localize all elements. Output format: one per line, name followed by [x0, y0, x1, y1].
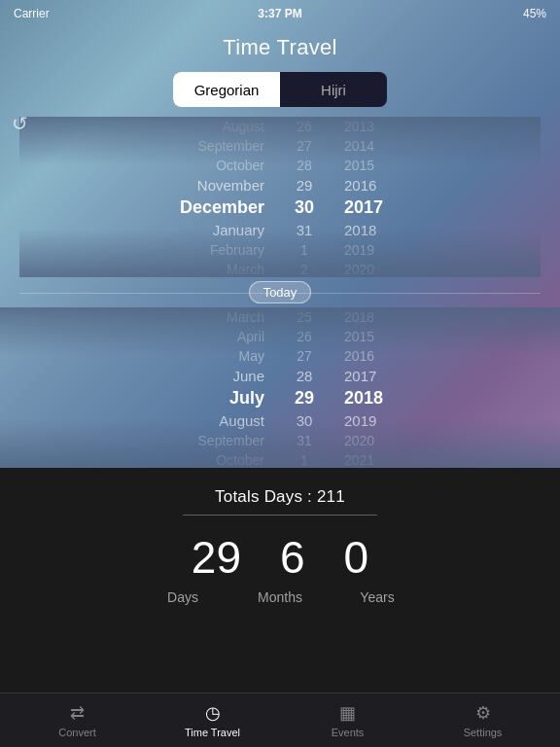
tab-settings[interactable]: ⚙ Settings: [415, 702, 550, 738]
picker-year: 2016: [329, 348, 406, 364]
picker-row: February 1 2019: [19, 240, 541, 260]
convert-icon: ⇄: [70, 702, 85, 724]
picker-year: 2018: [329, 388, 406, 409]
picker-year: 2017: [329, 368, 406, 384]
picker-month: March: [154, 262, 280, 277]
top-picker-rows: August 26 2013 September 27 2014 October…: [19, 117, 541, 277]
picker-month: February: [154, 242, 280, 258]
picker-row: August 26 2013: [19, 117, 541, 136]
top-picker-section: August 26 2013 September 27 2014 October…: [0, 117, 560, 277]
picker-year: 2018: [329, 309, 406, 325]
tab-events[interactable]: ▦ Events: [280, 702, 415, 738]
picker-row: September 31 2020: [19, 431, 541, 450]
picker-year: 2019: [329, 412, 406, 429]
hijri-tab[interactable]: Hijri: [280, 72, 387, 107]
picker-row: December 30 2017: [19, 196, 541, 220]
timetravel-icon: ◷: [205, 702, 221, 724]
app-title: Time Travel: [0, 35, 560, 60]
picker-row: March 25 2018: [19, 307, 541, 327]
picker-row: October 28 2015: [19, 156, 541, 175]
picker-day: 29: [280, 177, 329, 194]
top-picker[interactable]: August 26 2013 September 27 2014 October…: [19, 117, 541, 277]
months-value: 6: [280, 535, 305, 580]
totals-value: 211: [317, 487, 345, 506]
picker-month: August: [154, 412, 280, 429]
picker-month: December: [154, 197, 280, 218]
picker-day: 30: [280, 197, 329, 218]
picker-day: 2: [280, 262, 329, 277]
settings-icon: ⚙: [475, 702, 491, 724]
days-value: 29: [192, 535, 241, 580]
picker-month: January: [154, 222, 280, 238]
days-number: 29: [192, 535, 241, 580]
bottom-picker[interactable]: March 25 2018 April 26 2015 May 27 2016 …: [19, 307, 541, 468]
picker-month: May: [154, 348, 280, 364]
picker-month: October: [154, 452, 280, 468]
picker-year: 2015: [329, 329, 406, 344]
tab-convert[interactable]: ⇄ Convert: [10, 702, 145, 738]
picker-month: October: [154, 158, 280, 173]
picker-row: October 1 2021: [19, 450, 541, 468]
totals-text: Totals Days :: [215, 487, 317, 506]
years-value: 0: [344, 535, 369, 580]
picker-year: 2019: [329, 242, 406, 258]
picker-row: November 29 2016: [19, 175, 541, 196]
picker-month: March: [154, 309, 280, 325]
picker-month: April: [154, 329, 280, 344]
tab-timetravel[interactable]: ◷ Time Travel: [145, 702, 280, 738]
time-label: 3:37 PM: [258, 7, 301, 20]
picker-year: 2015: [329, 158, 406, 173]
picker-day: 1: [280, 452, 329, 468]
years-label: Years: [348, 589, 406, 605]
picker-year: 2018: [329, 222, 406, 238]
picker-month: September: [154, 433, 280, 448]
refresh-icon[interactable]: ↺: [12, 112, 28, 135]
picker-day: 26: [280, 119, 329, 134]
tab-bar: ⇄ Convert ◷ Time Travel ▦ Events ⚙ Setti…: [0, 693, 560, 747]
picker-day: 29: [280, 388, 329, 409]
events-label: Events: [332, 727, 365, 738]
picker-year: 2017: [329, 197, 406, 218]
picker-year: 2021: [329, 452, 406, 468]
picker-day: 25: [280, 309, 329, 325]
unit-labels-row: Days Months Years: [154, 589, 406, 605]
totals-label: Totals Days : 211: [215, 487, 345, 507]
today-button[interactable]: Today: [249, 281, 312, 303]
picker-day: 1: [280, 242, 329, 258]
numbers-row: 29 6 0: [192, 535, 368, 580]
picker-row: September 27 2014: [19, 136, 541, 156]
bottom-section: Totals Days : 211 29 6 0 Days Months Yea…: [0, 468, 560, 693]
days-label: Days: [154, 589, 212, 605]
picker-row: May 27 2016: [19, 346, 541, 366]
carrier-label: Carrier: [14, 7, 50, 20]
picker-year: 2020: [329, 262, 406, 277]
picker-year: 2020: [329, 433, 406, 448]
events-icon: ▦: [339, 702, 356, 724]
months-label: Months: [251, 589, 309, 605]
picker-month: November: [154, 177, 280, 194]
picker-day: 30: [280, 412, 329, 429]
picker-row: January 31 2018: [19, 220, 541, 240]
bottom-picker-rows: March 25 2018 April 26 2015 May 27 2016 …: [19, 307, 541, 468]
picker-month: June: [154, 368, 280, 384]
months-number: 6: [280, 535, 305, 580]
status-bar: Carrier 3:37 PM 45%: [0, 0, 560, 27]
picker-day: 28: [280, 368, 329, 384]
bottom-picker-section: March 25 2018 April 26 2015 May 27 2016 …: [0, 307, 560, 468]
picker-month: August: [154, 119, 280, 134]
picker-year: 2016: [329, 177, 406, 194]
today-divider: Today: [0, 281, 560, 303]
picker-row: July 29 2018: [19, 386, 541, 410]
picker-row: April 26 2015: [19, 327, 541, 346]
picker-day: 26: [280, 329, 329, 344]
picker-day: 27: [280, 138, 329, 154]
picker-month: July: [154, 388, 280, 409]
picker-day: 28: [280, 158, 329, 173]
battery-label: 45%: [523, 7, 546, 20]
picker-year: 2013: [329, 119, 406, 134]
picker-day: 31: [280, 222, 329, 238]
picker-row: June 28 2017: [19, 366, 541, 386]
gregorian-tab[interactable]: Gregorian: [173, 72, 280, 107]
picker-row: March 2 2020: [19, 260, 541, 277]
picker-day: 27: [280, 348, 329, 364]
